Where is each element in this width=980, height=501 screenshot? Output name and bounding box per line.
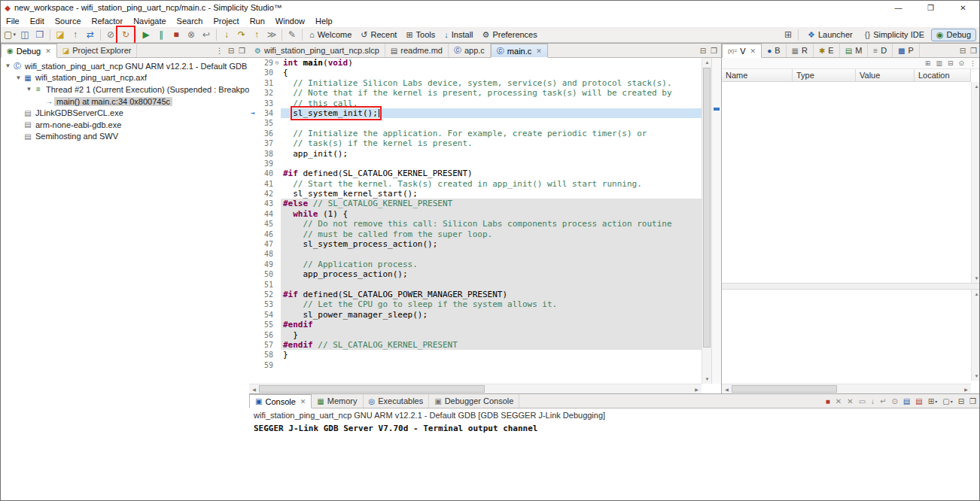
variables-hscroll-thumb[interactable] bbox=[732, 385, 837, 393]
scroll-right-arrow-icon[interactable]: ▶ bbox=[961, 384, 971, 393]
scroll-up-arrow-icon[interactable]: ▲ bbox=[972, 82, 980, 91]
collapse-all-icon[interactable]: ⊟ bbox=[948, 59, 954, 67]
tree-item-arm-none-eabi-gdb-exe[interactable]: ▤arm-none-eabi-gdb.exe bbox=[1, 119, 249, 131]
code-line-text[interactable] bbox=[281, 280, 702, 290]
code-line-text[interactable] bbox=[281, 249, 702, 259]
code-line-text[interactable]: sl_system_init(); bbox=[281, 108, 702, 118]
suspend-icon[interactable]: ∥ bbox=[154, 28, 169, 42]
column-header-type[interactable]: Type bbox=[793, 69, 856, 81]
open-folder-icon[interactable]: ◪ bbox=[53, 28, 68, 42]
code-line-text[interactable]: app_process_action(); bbox=[281, 269, 702, 279]
tab-e[interactable]: ✱E bbox=[814, 44, 840, 57]
variables-horizontal-scrollbar[interactable]: ◀ ▶ bbox=[722, 384, 971, 393]
code-line-text[interactable] bbox=[281, 118, 702, 128]
menu-search[interactable]: Search bbox=[172, 17, 208, 26]
tab-p[interactable]: ▩P bbox=[893, 44, 920, 57]
show-logical-structure-icon[interactable]: ⊞ bbox=[925, 59, 931, 67]
new-wizard-icon[interactable]: ▢▾ bbox=[2, 28, 17, 42]
code-editor[interactable]: 29⊖int main(void)30{31 // Initialize Sil… bbox=[249, 58, 702, 384]
code-line-text[interactable] bbox=[281, 159, 702, 169]
tab-debugger-console[interactable]: ▣Debugger Console bbox=[429, 394, 519, 408]
editor-tab-app-c[interactable]: ⓒapp.c bbox=[449, 44, 491, 57]
editor-horizontal-scrollbar[interactable]: ◀ ▶ bbox=[249, 384, 702, 393]
view-menu-icon[interactable]: ⋮ bbox=[969, 59, 976, 67]
code-line-text[interactable]: #endif bbox=[281, 320, 702, 329]
minimize-view-icon[interactable]: ⊟ bbox=[958, 397, 964, 405]
skip-all-breakpoints-icon[interactable]: ⊘ bbox=[103, 28, 118, 42]
maximize-view-icon[interactable]: ❐ bbox=[239, 47, 245, 55]
expander-icon[interactable]: ▼ bbox=[14, 74, 23, 81]
menu-project[interactable]: Project bbox=[208, 17, 244, 26]
maximize-view-icon[interactable]: ❐ bbox=[711, 47, 717, 55]
editor-tab-readme-md[interactable]: ▤readme.md bbox=[385, 44, 449, 57]
scroll-down-arrow-icon[interactable]: ▼ bbox=[972, 372, 980, 381]
column-header-value[interactable]: Value bbox=[856, 69, 915, 81]
disconnect-icon[interactable]: ⊗ bbox=[184, 28, 199, 42]
minimize-view-icon[interactable]: ⊟ bbox=[960, 47, 966, 55]
tree-item-jlinkgdbservercl-exe[interactable]: ▤JLinkGDBServerCL.exe bbox=[1, 107, 249, 119]
step-into-icon[interactable]: ↓ bbox=[219, 28, 234, 42]
editor-hscroll-thumb[interactable] bbox=[259, 385, 485, 393]
close-tab-icon[interactable]: ✕ bbox=[536, 47, 542, 55]
scroll-up-arrow-icon[interactable]: ▲ bbox=[972, 290, 980, 299]
maximize-view-icon[interactable]: ❐ bbox=[970, 47, 977, 55]
code-line-text[interactable]: // must be called from the super loop. bbox=[281, 229, 702, 239]
mark-occurrences-icon[interactable]: ✎ bbox=[285, 28, 300, 42]
instruction-pointer-icon[interactable]: → bbox=[249, 108, 257, 118]
view-menu-icon[interactable]: ⋮ bbox=[216, 47, 224, 55]
open-console-icon[interactable]: ⊞▾ bbox=[928, 397, 937, 405]
code-line-text[interactable]: // Initialize Silicon Labs device, syste… bbox=[281, 78, 702, 88]
remove-all-launches-icon[interactable]: ✕ bbox=[847, 397, 853, 405]
code-line-text[interactable] bbox=[281, 360, 702, 370]
instruction-stepping-icon[interactable]: ≫ bbox=[264, 28, 279, 42]
perspective-launcher[interactable]: ❖Launcher bbox=[802, 29, 858, 41]
maximize-view-icon[interactable]: ❐ bbox=[969, 397, 976, 405]
menu-file[interactable]: File bbox=[1, 17, 25, 26]
scroll-down-arrow-icon[interactable]: ▼ bbox=[972, 274, 980, 283]
code-line-text[interactable]: sl_power_manager_sleep(); bbox=[281, 310, 702, 320]
scroll-right-arrow-icon[interactable]: ▶ bbox=[692, 384, 702, 393]
tab-v[interactable]: (x)=V✕ bbox=[722, 44, 762, 58]
code-line-text[interactable]: // Note that if the kernel is present, p… bbox=[281, 88, 702, 98]
expander-icon[interactable]: ▼ bbox=[25, 86, 33, 93]
editor-vscroll-thumb[interactable] bbox=[703, 68, 711, 348]
variables-details-pane[interactable] bbox=[722, 290, 971, 381]
resume-icon[interactable]: ▶ bbox=[138, 28, 154, 42]
code-line-text[interactable]: int main(void) bbox=[281, 58, 702, 68]
maximize-button[interactable]: ❐ bbox=[915, 1, 947, 14]
welcome-button[interactable]: ⌂Welcome bbox=[305, 28, 356, 42]
show-columns-icon[interactable]: ▥ bbox=[936, 59, 942, 67]
terminate-console-icon[interactable]: ■ bbox=[826, 397, 830, 405]
code-line-text[interactable]: // Let the CPU go to sleep if the system… bbox=[281, 299, 702, 309]
code-line-text[interactable]: // task(s) if the kernel is present. bbox=[281, 138, 702, 148]
code-line-text[interactable]: // Do not remove this call: Silicon Labs… bbox=[281, 219, 702, 229]
minimize-view-icon[interactable]: ⊟ bbox=[700, 47, 706, 55]
clear-console-icon[interactable]: ▭ bbox=[859, 397, 866, 405]
pin-view-icon[interactable]: ⊙ bbox=[958, 59, 964, 67]
tools-button[interactable]: ⊞Tools bbox=[401, 28, 440, 42]
reset-device-icon[interactable]: ↻ bbox=[118, 28, 133, 42]
perspective-debug[interactable]: ◉Debug bbox=[931, 29, 976, 41]
tree-item-wifi-station-ping-uart-ncp-axf[interactable]: ▼▦wifi_station_ping_uart_ncp.axf bbox=[1, 72, 249, 84]
menu-navigate[interactable]: Navigate bbox=[128, 17, 171, 26]
recent-button[interactable]: ↺Recent bbox=[356, 28, 401, 42]
menu-window[interactable]: Window bbox=[270, 17, 310, 26]
perspective-simplicity-ide[interactable]: {}Simplicity IDE bbox=[860, 29, 930, 41]
install-button[interactable]: ↓Install bbox=[440, 28, 477, 42]
tab-debug[interactable]: ◉Debug✕ bbox=[1, 44, 57, 58]
scroll-left-arrow-icon[interactable]: ◀ bbox=[722, 384, 732, 393]
code-line-text[interactable]: } bbox=[281, 330, 702, 340]
editor-tab-main-c[interactable]: ⓒmain.c✕ bbox=[491, 44, 548, 58]
console-content[interactable]: wifi_station_ping_uart_ncp GNU ARM v12.2… bbox=[249, 408, 980, 501]
remove-launch-icon[interactable]: ✕ bbox=[835, 397, 842, 405]
editor-tab-wifi-station-ping-uart-ncp-slcp[interactable]: ⚙wifi_station_ping_uart_ncp.slcp bbox=[249, 44, 385, 57]
terminate-icon[interactable]: ■ bbox=[169, 28, 184, 42]
close-tab-icon[interactable]: ✕ bbox=[750, 47, 756, 55]
show-stdout-icon[interactable]: ▤ bbox=[903, 397, 910, 405]
step-over-icon[interactable]: ↷ bbox=[234, 28, 249, 42]
minimize-button[interactable]: — bbox=[882, 1, 915, 14]
code-line-text[interactable]: app_init(); bbox=[281, 149, 702, 159]
scroll-left-arrow-icon[interactable]: ◀ bbox=[249, 384, 259, 393]
minimize-view-icon[interactable]: ⊟ bbox=[228, 47, 234, 55]
tree-item-wifi-station-ping-uart-ncp-gnu[interactable]: ▼Ⓒwifi_station_ping_uart_ncp GNU ARM v12… bbox=[1, 60, 249, 72]
